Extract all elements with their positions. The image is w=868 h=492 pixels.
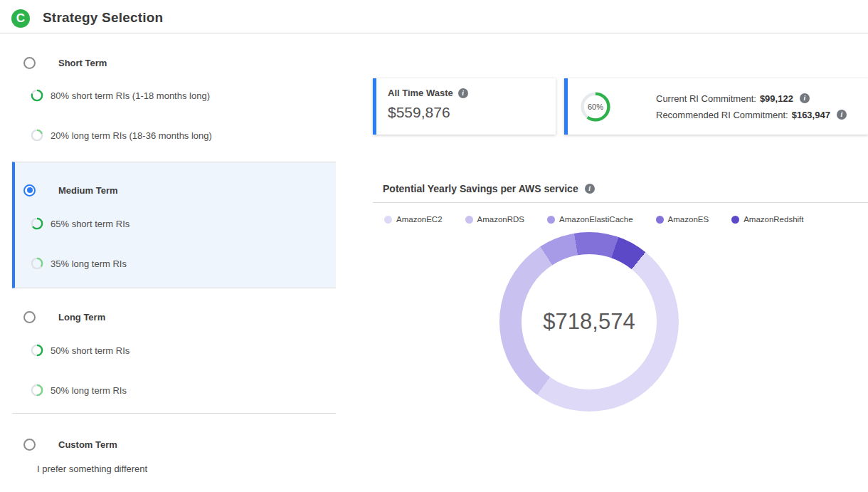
strategy-option-label: Short Term (58, 58, 107, 68)
info-icon[interactable] (800, 93, 810, 103)
current-commitment-row: Current RI Commitment: $99,122 (656, 93, 847, 104)
all-time-waste-card: All Time Waste $559,876 (373, 78, 556, 135)
radio-unchecked-icon[interactable] (23, 57, 36, 69)
legend-label: AmazonES (668, 215, 709, 224)
ri-commitment-card: 60% Current RI Commitment: $99,122 Recom… (564, 78, 868, 135)
legend-item-amazonec2[interactable]: AmazonEC2 (384, 215, 443, 224)
recommended-commitment-row: Recommended RI Commitment: $163,947 (656, 110, 847, 120)
app-logo-icon: C (11, 9, 30, 28)
strategy-detail-label: 50% short term RIs (51, 345, 129, 356)
strategy-selection-page: C Strategy Selection Short Term 80% shor… (0, 0, 868, 492)
strategy-option-short-term[interactable]: Short Term (23, 56, 107, 70)
legend-item-amazones[interactable]: AmazonES (656, 215, 709, 224)
donut-total-value: $718,574 (543, 309, 635, 335)
info-icon[interactable] (458, 88, 468, 98)
legend-item-amazonrds[interactable]: AmazonRDS (465, 215, 524, 224)
radio-unchecked-icon[interactable] (23, 311, 36, 323)
percentage-ring-icon (31, 129, 43, 142)
page-header: C Strategy Selection (0, 0, 868, 33)
legend-label: AmazonEC2 (396, 215, 443, 224)
legend-dot (656, 216, 664, 224)
strategy-detail-label: 65% short term RIs (51, 219, 129, 229)
info-icon[interactable] (837, 110, 847, 120)
strategy-option-label: Medium Term (58, 185, 118, 196)
percentage-ring-icon (31, 89, 43, 102)
strategy-detail-row: 35% long term RIs (31, 256, 127, 271)
strategy-option-custom-term[interactable]: Custom Term (23, 437, 117, 451)
legend-item-amazonelasticache[interactable]: AmazonElastiCache (547, 215, 633, 224)
strategy-detail-label: 20% long term RIs (18-36 months long) (51, 130, 212, 141)
legend-label: AmazonRedshift (743, 215, 803, 224)
commitment-text-block: Current RI Commitment: $99,122 Recommend… (656, 93, 847, 120)
strategy-detail-row: 80% short term RIs (1-18 months long) (31, 88, 210, 103)
strategy-detail-label: 80% short term RIs (1-18 months long) (51, 90, 210, 101)
legend-item-amazonredshift[interactable]: AmazonRedshift (731, 215, 803, 224)
strategy-detail-row: 20% long term RIs (18-36 months long) (31, 128, 212, 142)
waste-card-value: $559,876 (388, 104, 544, 121)
percentage-ring-icon (31, 257, 43, 270)
strategy-option-medium-term[interactable]: Medium Term (23, 183, 118, 197)
chart-legend: AmazonEC2 AmazonRDS AmazonElastiCache Am… (384, 215, 804, 224)
recommended-commitment-label: Recommended RI Commitment: (656, 110, 788, 120)
gauge-percentage-label: 60% (579, 90, 612, 123)
recommended-commitment-value: $163,947 (792, 110, 830, 120)
legend-dot (547, 216, 555, 224)
percentage-ring-icon (31, 384, 43, 397)
info-icon[interactable] (585, 184, 595, 194)
legend-label: AmazonElastiCache (559, 215, 633, 224)
current-commitment-label: Current RI Commitment: (656, 93, 756, 104)
current-commitment-value: $99,122 (760, 93, 793, 104)
legend-dot (465, 216, 473, 224)
strategy-detail-label: 35% long term RIs (51, 258, 127, 269)
percentage-ring-icon (31, 344, 43, 357)
chart-title: Potential Yearly Savings per AWS service (383, 183, 578, 194)
page-title: Strategy Selection (43, 10, 163, 26)
strategy-panel: Short Term 80% short term RIs (1-18 mont… (0, 33, 336, 492)
donut-center: $718,574 (522, 254, 657, 389)
section-divider (12, 413, 336, 414)
donut-chart: $718,574 (499, 232, 679, 412)
radio-checked-icon[interactable] (23, 184, 36, 197)
savings-chart-card: Potential Yearly Savings per AWS service… (373, 175, 868, 492)
strategy-detail-row: 50% short term RIs (31, 343, 129, 357)
legend-label: AmazonRDS (477, 215, 524, 224)
strategy-option-label: Custom Term (58, 439, 117, 450)
strategy-option-long-term[interactable]: Long Term (23, 310, 105, 324)
percentage-ring-icon (31, 217, 43, 230)
waste-card-title: All Time Waste (388, 88, 453, 98)
strategy-option-label: Long Term (58, 312, 105, 323)
radio-unchecked-icon[interactable] (23, 439, 36, 451)
legend-dot (384, 216, 392, 224)
custom-term-description: I prefer something different (37, 464, 147, 474)
strategy-option-medium-term-selected-box[interactable]: Medium Term 65% short term RIs 35% long … (12, 162, 336, 288)
legend-dot (731, 216, 739, 224)
commitment-gauge: 60% (579, 90, 612, 123)
strategy-detail-row: 50% long term RIs (31, 383, 127, 397)
strategy-detail-row: 65% short term RIs (31, 216, 129, 231)
strategy-detail-label: 50% long term RIs (51, 385, 127, 396)
